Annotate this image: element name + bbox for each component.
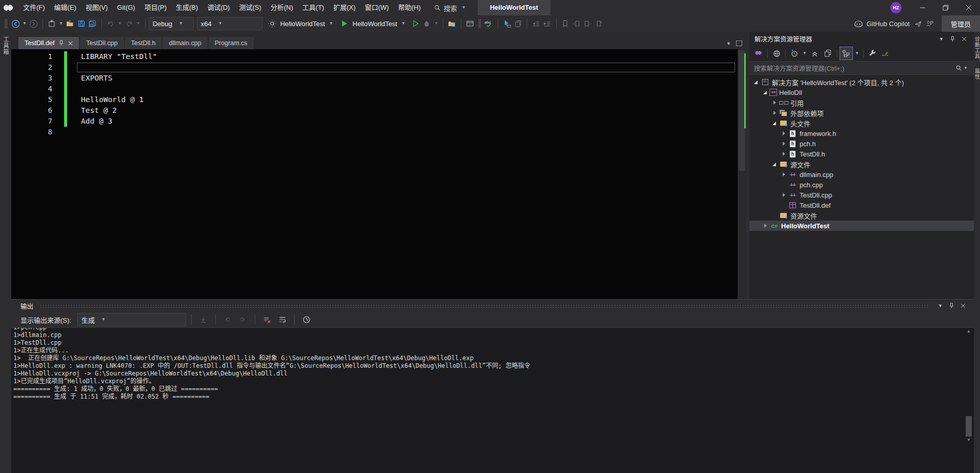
- expand-arrow-icon[interactable]: [780, 171, 788, 179]
- editor-tab[interactable]: TestDll.cpp: [80, 37, 124, 49]
- switch-views-icon[interactable]: [752, 47, 765, 60]
- close-tab-icon[interactable]: [68, 41, 73, 46]
- menu-item[interactable]: 工具(T): [298, 0, 329, 15]
- search-dropdown-caret[interactable]: ▼: [460, 1, 467, 14]
- open-folder-button[interactable]: [65, 17, 76, 30]
- solution-platform-dropdown[interactable]: x64 ▼: [197, 17, 262, 30]
- editor-tab[interactable]: Program.cs: [209, 37, 254, 49]
- run-target-caret[interactable]: ▼: [400, 17, 407, 30]
- code-line[interactable]: 7Add @ 3: [11, 116, 746, 127]
- expand-arrow-icon[interactable]: [762, 222, 769, 230]
- github-copilot-button[interactable]: GitHub Copilot: [854, 20, 910, 28]
- output-vertical-scrollbar[interactable]: ▲ ▼: [965, 329, 972, 443]
- startup-project-gear-icon[interactable]: [267, 17, 278, 30]
- toolbar-grip[interactable]: [5, 19, 7, 28]
- restore-button[interactable]: [934, 0, 957, 15]
- scroll-down-arrow[interactable]: ▼: [967, 438, 971, 443]
- word-wrap-icon[interactable]: [276, 313, 289, 326]
- tree-item[interactable]: HelloWorldTest: [749, 221, 974, 231]
- search-options-caret[interactable]: ▼: [962, 62, 969, 75]
- active-files-dropdown-icon[interactable]: ▼: [726, 41, 731, 46]
- new-project-button[interactable]: [46, 17, 57, 30]
- close-icon[interactable]: [957, 303, 969, 308]
- tree-item[interactable]: framework.h: [749, 128, 974, 139]
- start-debugging-button[interactable]: [339, 17, 350, 30]
- editor-tab[interactable]: TestDll.h: [125, 37, 162, 49]
- save-button[interactable]: [76, 17, 87, 30]
- output-source-dropdown[interactable]: 生成 ▼: [77, 313, 186, 326]
- code-line[interactable]: 8: [11, 127, 746, 137]
- expand-arrow-icon[interactable]: [771, 120, 779, 127]
- tree-item[interactable]: pch.h: [749, 139, 974, 149]
- jump-to-message-icon[interactable]: [197, 313, 210, 326]
- editor-tab[interactable]: TestDll.def: [18, 37, 79, 49]
- preview-window-icon[interactable]: [464, 17, 476, 30]
- window-position-dropdown-icon[interactable]: ▼: [936, 36, 947, 42]
- decrease-indent-icon[interactable]: [530, 17, 542, 30]
- tree-item[interactable]: TestDll.cpp: [749, 190, 974, 200]
- dock-tab[interactable]: 诊断工具: [973, 32, 980, 64]
- editor-tab[interactable]: dllmain.cpp: [162, 37, 207, 49]
- menu-item[interactable]: 项目(P): [140, 0, 171, 15]
- show-all-files-caret[interactable]: ▼: [853, 47, 861, 60]
- user-avatar[interactable]: HZ: [890, 2, 902, 13]
- undo-button[interactable]: [105, 17, 116, 30]
- copy-icon[interactable]: [513, 17, 524, 30]
- clear-all-icon[interactable]: [260, 313, 274, 326]
- menu-item[interactable]: 调试(D): [202, 0, 234, 15]
- menu-item[interactable]: Git(G): [112, 0, 139, 15]
- dock-tab[interactable]: 工具箱: [2, 32, 10, 60]
- output-drag-grip[interactable]: [39, 304, 929, 308]
- code-line[interactable]: 6Test @ 2: [11, 105, 746, 116]
- navigate-back-dropdown-caret[interactable]: ▼: [21, 17, 28, 30]
- expand-arrow-icon[interactable]: [780, 140, 788, 148]
- run-target-label[interactable]: HelloWorldTest: [353, 20, 397, 28]
- toggle-bookmark-icon[interactable]: [560, 17, 571, 30]
- previous-message-icon[interactable]: [221, 313, 234, 326]
- properties-wrench-icon[interactable]: [866, 47, 879, 60]
- hot-reload-dropdown-caret[interactable]: ▼: [433, 17, 440, 30]
- menu-item[interactable]: 测试(S): [234, 0, 266, 15]
- expand-arrow-icon[interactable]: [780, 150, 788, 158]
- tree-item[interactable]: 解决方案 'HelloWorldTest' (2 个项目, 共 2 个): [749, 77, 974, 87]
- scrollbar-thumb[interactable]: [966, 416, 972, 437]
- collapse-all-icon[interactable]: [809, 47, 821, 60]
- minimize-button[interactable]: [911, 0, 934, 15]
- solution-configuration-dropdown[interactable]: Debug ▼: [149, 17, 194, 30]
- tree-item[interactable]: pch.cpp: [749, 180, 974, 190]
- navigate-forward-button[interactable]: [28, 17, 39, 30]
- increase-indent-icon[interactable]: [542, 17, 553, 30]
- close-button[interactable]: [957, 0, 980, 15]
- sync-with-active-document-icon[interactable]: [822, 47, 834, 60]
- tree-item[interactable]: HelloDll: [749, 87, 974, 97]
- next-message-icon[interactable]: [236, 313, 250, 326]
- undo-dropdown-caret[interactable]: ▼: [116, 17, 124, 30]
- tree-item[interactable]: 源文件: [749, 159, 974, 169]
- show-all-files-icon[interactable]: [840, 47, 853, 60]
- hot-reload-button[interactable]: [421, 17, 433, 30]
- window-position-dropdown-icon[interactable]: ▼: [935, 303, 946, 308]
- menu-item[interactable]: 帮助(H): [394, 0, 425, 15]
- navigate-back-button[interactable]: [10, 17, 21, 30]
- send-feedback-icon[interactable]: [913, 17, 924, 30]
- intellisense-pointer-icon[interactable]: [501, 17, 513, 30]
- menu-item[interactable]: 视图(V): [81, 0, 112, 15]
- close-icon[interactable]: [958, 36, 970, 42]
- code-line[interactable]: 4: [11, 84, 746, 94]
- code-line[interactable]: 1LIBRARY "TestDll": [11, 51, 746, 62]
- clear-bookmarks-icon[interactable]: [594, 17, 605, 30]
- tree-item[interactable]: 头文件: [749, 118, 974, 128]
- tree-item[interactable]: 资源文件: [749, 210, 974, 221]
- startup-project-label[interactable]: HelloWorldTest: [280, 20, 325, 28]
- startup-project-caret[interactable]: ▼: [328, 17, 335, 30]
- pin-icon[interactable]: [946, 303, 957, 309]
- tree-item[interactable]: TestDll.def: [749, 200, 974, 210]
- previous-bookmark-icon[interactable]: [571, 17, 582, 30]
- expand-arrow-icon[interactable]: [762, 89, 769, 96]
- dock-tab[interactable]: 属性: [973, 64, 980, 84]
- tree-item[interactable]: dllmain.cpp: [749, 169, 974, 180]
- pending-changes-filter-icon[interactable]: [788, 47, 801, 60]
- start-without-debugging-button[interactable]: [410, 17, 421, 30]
- expand-arrow-icon[interactable]: [771, 99, 779, 107]
- solution-explorer-search-box[interactable]: 搜索解决方案资源管理器(Ctrl+;) ▼: [749, 61, 974, 75]
